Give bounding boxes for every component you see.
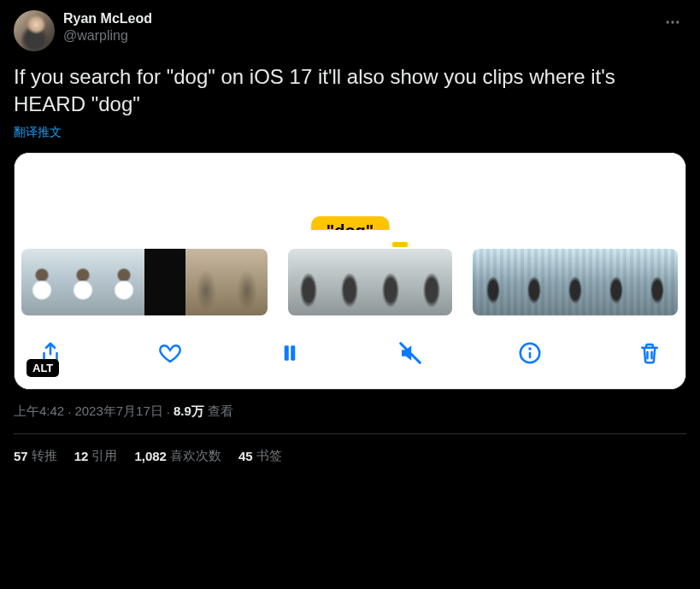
- media-inner: "dog": [15, 153, 685, 389]
- pause-icon: [277, 340, 303, 366]
- pause-button[interactable]: [273, 336, 307, 370]
- clip-group-3[interactable]: [473, 249, 678, 315]
- bookmarks-stat[interactable]: 45 书签: [238, 448, 282, 464]
- media-top-area: "dog": [15, 153, 685, 230]
- svg-rect-8: [529, 352, 532, 359]
- svg-point-2: [676, 21, 679, 23]
- info-icon: [517, 340, 543, 366]
- tweet-date[interactable]: 2023年7月17日: [74, 403, 162, 420]
- thumbnail: [596, 249, 637, 315]
- tweet-text: If you search for "dog" on iOS 17 it'll …: [14, 63, 686, 118]
- stat-count: 45: [238, 449, 253, 463]
- thumbnail: [411, 249, 452, 315]
- quotes-stat[interactable]: 12 引用: [74, 448, 118, 464]
- tweet-time[interactable]: 上午4:42: [14, 403, 64, 420]
- svg-rect-3: [285, 345, 289, 361]
- media-card[interactable]: "dog": [14, 152, 686, 390]
- thumbnail: [226, 249, 268, 315]
- delete-button[interactable]: [632, 336, 667, 370]
- thumbnail: [185, 249, 226, 315]
- thumbnail: [103, 249, 144, 315]
- thumbnail: [473, 249, 514, 315]
- stat-label: 书签: [256, 448, 282, 464]
- stat-label: 转推: [32, 448, 57, 464]
- like-button[interactable]: [153, 336, 187, 370]
- author-block[interactable]: Ryan McLeod @warpling: [63, 10, 152, 44]
- tweet-meta: 上午4:42 · 2023年7月17日 · 8.9万 查看: [14, 403, 686, 420]
- author-handle: @warpling: [63, 27, 152, 44]
- clip-group-1[interactable]: [21, 249, 268, 315]
- mute-button[interactable]: [393, 336, 427, 370]
- heart-icon: [157, 340, 183, 366]
- avatar[interactable]: [14, 10, 55, 51]
- thumbnail: [329, 249, 370, 315]
- speaker-muted-icon: [397, 340, 423, 366]
- thumbnail: [514, 249, 555, 315]
- video-timeline[interactable]: [15, 230, 685, 324]
- stat-count: 57: [14, 449, 28, 463]
- views-label: 查看: [208, 403, 233, 420]
- thumbnail: [637, 249, 678, 315]
- thumbnail: [555, 249, 596, 315]
- retweets-stat[interactable]: 57 转推: [14, 448, 57, 464]
- timeline-marker: [392, 242, 408, 247]
- likes-stat[interactable]: 1,082 喜欢次数: [134, 448, 221, 464]
- more-icon: [664, 14, 681, 31]
- stat-label: 喜欢次数: [170, 448, 221, 464]
- views-count: 8.9万: [174, 403, 204, 420]
- translate-link[interactable]: 翻译推文: [14, 125, 686, 140]
- meta-separator: ·: [167, 404, 170, 419]
- svg-point-0: [667, 21, 669, 23]
- stat-count: 1,082: [134, 449, 167, 463]
- tweet-container: Ryan McLeod @warpling If you search for …: [0, 0, 700, 464]
- alt-badge[interactable]: ALT: [26, 359, 59, 377]
- thumbnail: [21, 249, 62, 315]
- author-name: Ryan McLeod: [63, 10, 152, 27]
- meta-separator: ·: [68, 404, 71, 419]
- thumbnail: [370, 249, 411, 315]
- svg-point-7: [528, 347, 532, 350]
- media-toolbar: [15, 324, 685, 389]
- more-button[interactable]: [659, 9, 686, 36]
- tweet-stats: 57 转推 12 引用 1,082 喜欢次数 45 书签: [14, 434, 686, 464]
- stat-label: 引用: [91, 448, 117, 464]
- thumbnail: [62, 249, 103, 315]
- tweet-header: Ryan McLeod @warpling: [14, 10, 686, 51]
- svg-point-1: [671, 21, 674, 23]
- info-button[interactable]: [513, 336, 547, 370]
- thumbnail: [288, 249, 329, 315]
- clip-group-2[interactable]: [288, 249, 452, 315]
- svg-rect-4: [291, 345, 296, 361]
- thumbnail: [144, 249, 185, 315]
- trash-icon: [637, 340, 662, 366]
- stat-count: 12: [74, 449, 89, 463]
